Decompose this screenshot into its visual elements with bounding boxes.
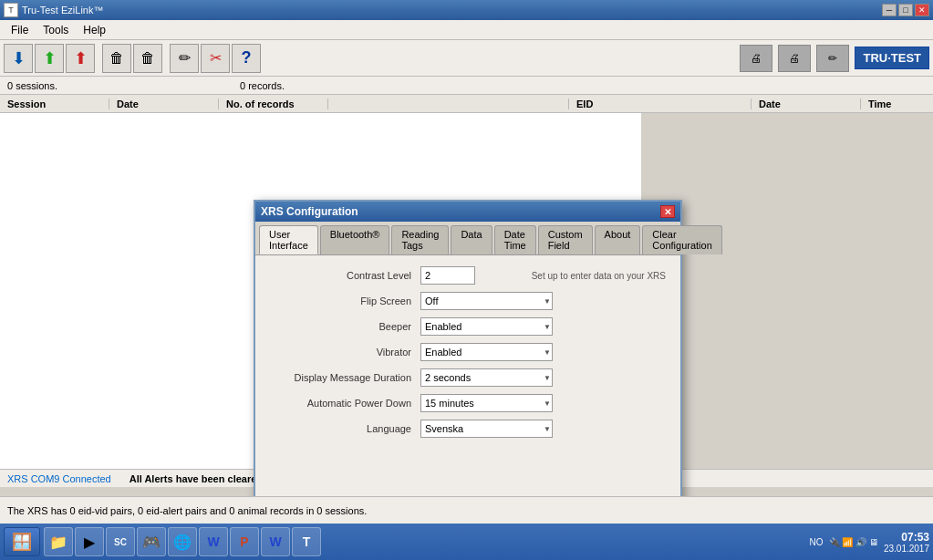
dialog-body: Contrast Level Set up to enter data on y… [255, 255, 680, 511]
automatic-power-down-label: Automatic Power Down [270, 398, 420, 409]
dialog-titlebar: XRS Configuration ✕ [255, 202, 680, 222]
toolbar-pencil-icon: ✏ [816, 45, 849, 72]
title-bar: T Tru-Test EziLink™ ─ □ ✕ [0, 0, 933, 20]
col-date2: Date [751, 99, 860, 109]
menu-bar: File Tools Help [0, 20, 933, 40]
toolbar-printer2-icon: 🖨 [778, 45, 811, 72]
col-session: Session [0, 99, 109, 109]
language-row: Language English Svenska Français Deutsc… [270, 420, 666, 438]
beeper-label: Beeper [270, 321, 420, 332]
menu-file[interactable]: File [4, 22, 36, 38]
toolbar-btn-trash2[interactable]: 🗑 [133, 44, 162, 73]
col-date: Date [109, 99, 219, 109]
contrast-level-label: Contrast Level [270, 270, 420, 281]
col-time: Time [860, 99, 933, 109]
taskbar-app-game[interactable]: 🎮 [137, 527, 166, 556]
beeper-select[interactable]: Enabled Disabled [420, 317, 553, 336]
taskbar-date: 23.01.2017 [884, 544, 929, 554]
taskbar-app-ppt[interactable]: P [230, 527, 259, 556]
tab-about[interactable]: About [595, 225, 641, 254]
toolbar-printer-icon: 🖨 [740, 45, 772, 72]
taskbar: 🪟 📁 ▶ SC 🎮 🌐 W P W T NO 🔌 📶 🔊 🖥 07:53 23… [0, 524, 933, 560]
brand-logo: TRU·TEST [855, 47, 929, 69]
tab-reading-tags[interactable]: Reading Tags [391, 225, 449, 254]
status-bar-top: 0 sessions. 0 records. [0, 77, 933, 95]
dialog-close-button[interactable]: ✕ [660, 205, 675, 218]
contrast-level-control [420, 266, 524, 285]
menu-tools[interactable]: Tools [36, 22, 76, 38]
tab-bluetooth[interactable]: Bluetooth® [320, 225, 390, 254]
window-controls: ─ □ ✕ [882, 4, 929, 16]
restore-button[interactable]: □ [898, 4, 913, 16]
xrs-info: The XRS has 0 eid-vid pairs, 0 eid-alert… [7, 505, 367, 516]
vibrator-wrapper: Enabled Disabled ▼ [420, 343, 553, 361]
automatic-power-down-select[interactable]: 5 minutes 10 minutes 15 minutes 30 minut… [420, 394, 553, 412]
vibrator-select[interactable]: Enabled Disabled [420, 343, 553, 361]
toolbar-btn-cut[interactable]: ✂ [201, 44, 230, 73]
bottom-status-bar: The XRS has 0 eid-vid pairs, 0 eid-alert… [0, 496, 933, 524]
toolbar-btn-upload-red[interactable]: ⬆ [66, 44, 95, 73]
taskbar-right: NO 🔌 📶 🔊 🖥 07:53 23.01.2017 [810, 531, 929, 554]
taskbar-app-browser[interactable]: 🌐 [168, 527, 197, 556]
sessions-count: 0 sessions. [7, 80, 57, 91]
vibrator-label: Vibrator [270, 347, 420, 358]
taskbar-app-media[interactable]: ▶ [75, 527, 104, 556]
toolbar-btn-upload-green[interactable]: ⬆ [35, 44, 64, 73]
minimize-button[interactable]: ─ [882, 4, 897, 16]
taskbar-app-trutest[interactable]: T [292, 527, 321, 556]
col-eid: EID [568, 99, 751, 109]
tab-date-time[interactable]: Date Time [494, 225, 536, 254]
taskbar-app-folder[interactable]: 📁 [44, 527, 73, 556]
display-message-duration-select[interactable]: 1 second 2 seconds 3 seconds 5 seconds [420, 368, 553, 387]
toolbar-btn-edit[interactable]: ✏ [170, 44, 199, 73]
tab-clear-configuration[interactable]: Clear Configuration [642, 225, 721, 254]
window-title: Tru-Test EziLink™ [22, 5, 882, 16]
vibrator-row: Vibrator Enabled Disabled ▼ [270, 343, 666, 361]
app-icon: T [4, 3, 18, 17]
taskbar-clock: 07:53 23.01.2017 [884, 531, 929, 554]
xrs-connected-status: XRS COM9 Connected [7, 473, 111, 484]
flip-screen-label: Flip Screen [270, 296, 420, 306]
power-down-wrapper: 5 minutes 10 minutes 15 minutes 30 minut… [420, 394, 553, 412]
language-wrapper: English Svenska Français Deutsch ▼ [420, 420, 553, 438]
taskbar-time: 07:53 [884, 531, 929, 544]
tab-data[interactable]: Data [451, 225, 492, 254]
language-label: Language [270, 423, 420, 434]
menu-help[interactable]: Help [76, 22, 113, 38]
contrast-hint: Set up to enter data on your XRS [532, 271, 666, 281]
toolbar: ⬇ ⬆ ⬆ 🗑 🗑 ✏ ✂ ? 🖨 🖨 ✏ TRU·TEST [0, 40, 933, 77]
taskbar-no-label: NO [810, 537, 824, 547]
display-message-duration-label: Display Message Duration [270, 372, 420, 383]
language-select[interactable]: English Svenska Français Deutsch [420, 420, 553, 438]
table-header: Session Date No. of records EID Date Tim… [0, 95, 933, 113]
automatic-power-down-row: Automatic Power Down 5 minutes 10 minute… [270, 394, 666, 412]
records-count: 0 records. [240, 80, 285, 91]
taskbar-app-sc[interactable]: SC [106, 527, 135, 556]
beeper-row: Beeper Enabled Disabled ▼ [270, 317, 666, 336]
close-window-button[interactable]: ✕ [915, 4, 929, 16]
dialog-title: XRS Configuration [261, 205, 660, 218]
col-records: No. of records [219, 99, 328, 109]
taskbar-app-word2[interactable]: W [261, 527, 290, 556]
right-panel [641, 113, 933, 469]
flip-screen-row: Flip Screen Off On ▼ [270, 292, 666, 310]
toolbar-btn-download[interactable]: ⬇ [4, 44, 33, 73]
flip-screen-select[interactable]: Off On [420, 292, 553, 310]
taskbar-start-button[interactable]: 🪟 [4, 527, 40, 556]
toolbar-btn-help[interactable]: ? [232, 44, 261, 73]
toolbar-btn-trash1[interactable]: 🗑 [102, 44, 131, 73]
contrast-level-input[interactable] [420, 266, 475, 285]
tab-user-interface[interactable]: User Interface [259, 225, 318, 254]
display-duration-wrapper: 1 second 2 seconds 3 seconds 5 seconds ▼ [420, 368, 553, 387]
contrast-level-row: Contrast Level Set up to enter data on y… [270, 266, 666, 285]
flip-screen-wrapper: Off On ▼ [420, 292, 553, 310]
tab-custom-field[interactable]: Custom Field [538, 225, 593, 254]
taskbar-system-icons: 🔌 📶 🔊 🖥 [829, 537, 878, 547]
taskbar-apps: 📁 ▶ SC 🎮 🌐 W P W T [44, 527, 321, 556]
taskbar-app-word[interactable]: W [199, 527, 228, 556]
beeper-wrapper: Enabled Disabled ▼ [420, 317, 553, 336]
dialog-tabs: User Interface Bluetooth® Reading Tags D… [255, 222, 680, 255]
display-message-duration-row: Display Message Duration 1 second 2 seco… [270, 368, 666, 387]
